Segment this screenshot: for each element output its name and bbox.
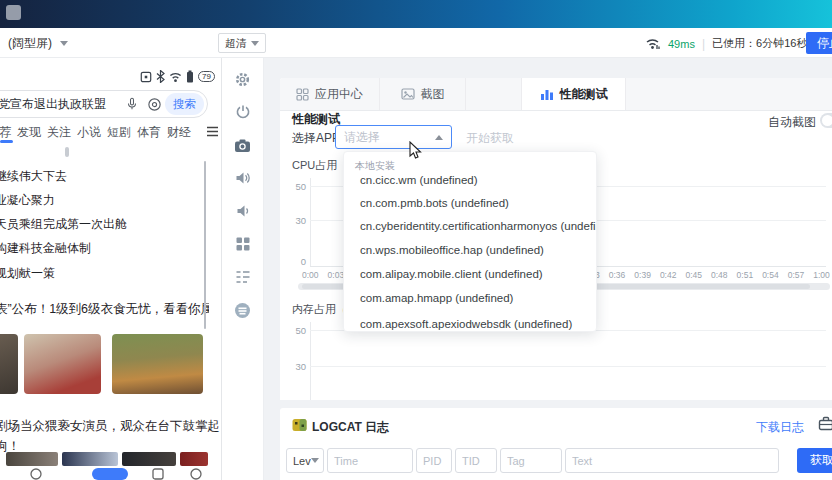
dropdown-group-label: 本地安装 <box>355 159 395 173</box>
grid-icon <box>296 88 309 101</box>
feed-tab[interactable]: 财经 <box>167 124 191 141</box>
dropdown-item[interactable]: cn.wps.mobileoffice.hap (undefined) <box>360 244 544 256</box>
chevron-down-icon <box>251 41 259 46</box>
window-titlebar: (阔型屏) 超清 49ms | 已使用：6分钟16秒 停止 <box>0 28 832 58</box>
time-filter-input[interactable] <box>327 448 413 473</box>
battery-percent-badge: 79 <box>198 71 215 82</box>
news-item[interactable]: 继续伟大下去 <box>0 168 209 185</box>
feed-tab[interactable]: 体育 <box>137 124 161 141</box>
phone-mirror[interactable]: 79 党宣布退出执政联盟 搜索 推荐发现关注小说短剧体育财经 <box>0 58 222 480</box>
hamburger-menu-icon[interactable] <box>206 126 219 137</box>
mem-ytick: 50 <box>280 325 306 336</box>
news-photo[interactable] <box>24 334 101 394</box>
latency-value: 49ms <box>668 38 695 50</box>
mem-gridline-30 <box>310 366 826 367</box>
mem-y-axis <box>310 322 311 400</box>
auto-screenshot-toggle[interactable] <box>820 113 832 128</box>
start-capture-button[interactable]: 开始获取 <box>466 130 514 147</box>
tab-performance-test[interactable]: 性能测试 <box>522 78 626 110</box>
device-selector[interactable]: (阔型屏) <box>8 35 68 52</box>
cpu-ytick: 0 <box>280 256 306 267</box>
fetch-logs-label: 获取日志 <box>810 452 832 469</box>
select-app-label: 选择APP <box>292 130 340 147</box>
auto-screenshot-label: 自动截图 <box>768 114 816 131</box>
image-icon <box>401 88 415 100</box>
xtick: 0:39 <box>634 270 651 280</box>
download-logs-link[interactable]: 下载日志 <box>756 419 804 436</box>
app-dropdown-panel: 本地安装 cn.cicc.wm (undefined) cn.com.pmb.b… <box>343 151 597 332</box>
tab-screenshot[interactable]: 截图 <box>380 78 466 110</box>
status-group: 49ms | 已使用：6分钟16秒 <box>646 36 807 51</box>
log-level-value: Lev <box>293 455 311 467</box>
camera-search-icon[interactable] <box>147 97 162 112</box>
search-button[interactable]: 搜索 <box>165 93 204 115</box>
mouse-cursor <box>406 141 422 161</box>
cpu-y-axis <box>310 178 311 266</box>
dropdown-item[interactable]: com.amap.hmapp (undefined) <box>360 292 513 304</box>
chevron-down-icon <box>60 41 68 46</box>
nav-active-pill[interactable] <box>92 468 128 480</box>
news-photo[interactable] <box>112 334 203 394</box>
news-item[interactable]: 构建科技金融体制 <box>0 240 209 257</box>
news-photo[interactable] <box>0 334 18 394</box>
dropdown-item[interactable]: com.apexsoft.apexiodwebsdk (undefined) <box>360 318 572 330</box>
search-button-label: 搜索 <box>173 97 196 112</box>
nav-home-icon[interactable] <box>30 468 42 480</box>
quality-label: 超清 <box>225 36 247 51</box>
news-item[interactable]: 表”公布！1级到6级衣食无忧，看看你属于 <box>0 301 209 318</box>
tid-filter-input[interactable] <box>455 448 497 473</box>
pid-filter-input[interactable] <box>416 448 452 473</box>
tab-app-center[interactable]: 应用中心 <box>280 78 380 110</box>
multi-window-icon[interactable] <box>232 233 254 255</box>
feed-tab[interactable]: 小说 <box>77 124 101 141</box>
fetch-logs-button[interactable]: 获取日志 <box>797 448 832 473</box>
news-item[interactable]: 业凝心聚力 <box>0 192 209 209</box>
nav-video-icon[interactable] <box>152 468 164 480</box>
news-item[interactable]: 规划献一策 <box>0 265 209 282</box>
xtick: 0:54 <box>762 270 779 280</box>
feed-tab[interactable]: 短剧 <box>107 124 131 141</box>
screenshot-camera-icon[interactable] <box>232 134 254 156</box>
feed-tab[interactable]: 关注 <box>47 124 71 141</box>
tab-label: 应用中心 <box>315 86 363 103</box>
xtick: 0:57 <box>788 270 805 280</box>
clear-logs-icon[interactable] <box>818 416 832 431</box>
phone-scrollbar[interactable] <box>204 161 206 329</box>
news-photo-strip[interactable] <box>6 452 58 466</box>
log-level-select[interactable]: Lev <box>286 448 324 473</box>
xtick: 0:03 <box>328 270 345 280</box>
dropdown-item[interactable]: cn.cyberidentity.certificationharmonyos … <box>360 220 597 232</box>
news-item[interactable]: 天员乘组完成第一次出舱 <box>0 216 209 233</box>
volume-down-icon[interactable] <box>232 200 254 222</box>
power-icon[interactable] <box>232 101 254 123</box>
stop-button[interactable]: 停止 <box>806 32 832 54</box>
phone-search-bar[interactable]: 党宣布退出执政联盟 搜索 <box>0 90 208 118</box>
xtick: 0:00 <box>302 270 319 280</box>
settings-gear-icon[interactable] <box>232 68 254 90</box>
phone-feed-tabs[interactable]: 推荐发现关注小说短剧体育财经 <box>0 124 203 141</box>
app-select-dropdown[interactable]: 请选择 <box>335 125 452 149</box>
tag-filter-input[interactable] <box>500 448 562 473</box>
quality-button[interactable]: 超清 <box>218 33 266 53</box>
xtick: 0:45 <box>685 270 702 280</box>
keyboard-icon[interactable] <box>232 299 254 321</box>
logcat-title: LOGCAT 日志 <box>312 419 389 436</box>
tab-label: 截图 <box>421 86 445 103</box>
desktop-icon <box>6 5 21 20</box>
news-photo-strip[interactable] <box>62 452 118 466</box>
text-filter-input[interactable] <box>565 448 779 473</box>
feed-tab[interactable]: 推荐 <box>0 124 11 141</box>
network-signal-icon <box>646 37 661 50</box>
feed-tab[interactable]: 发现 <box>17 124 41 141</box>
nav-me-icon[interactable] <box>190 468 202 480</box>
volume-up-icon[interactable] <box>232 167 254 189</box>
task-list-icon[interactable] <box>232 266 254 288</box>
dropdown-item[interactable]: cn.cicc.wm (undefined) <box>360 174 478 186</box>
news-photo-strip[interactable] <box>180 452 208 466</box>
mic-icon[interactable] <box>125 96 139 112</box>
news-photo-strip[interactable] <box>122 452 176 466</box>
story-headline-line1[interactable]: 剧场当众猥亵女演员，观众在台下鼓掌起 <box>0 418 220 435</box>
dropdown-item[interactable]: cn.com.pmb.bots (undefined) <box>360 197 509 209</box>
chevron-down-icon <box>311 458 319 463</box>
dropdown-item[interactable]: com.alipay.mobile.client (undefined) <box>360 268 543 280</box>
